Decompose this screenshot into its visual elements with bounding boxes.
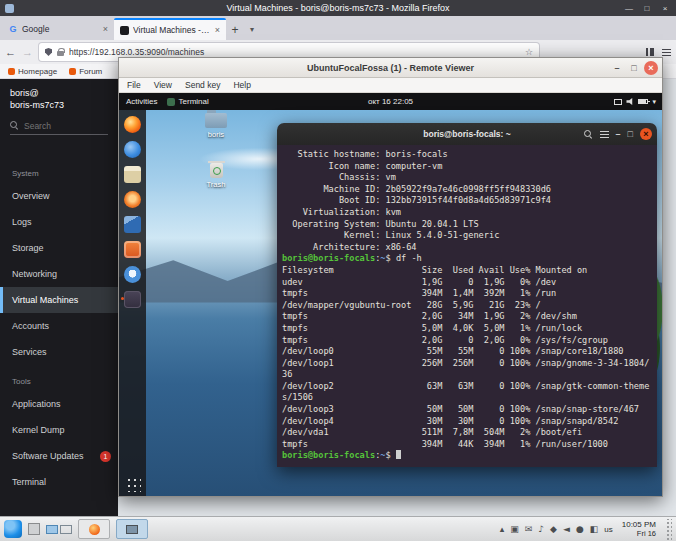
firefox-window-icon	[5, 4, 14, 13]
cockpit-nav: SystemOverviewLogsStorageNetworkingVirtu…	[0, 163, 118, 495]
close-tab-icon[interactable]: ×	[215, 25, 220, 35]
bookmark-label: Forum	[79, 67, 102, 76]
terminal-line: tmpfs 394M 44K 394M 1% /run/user/1000	[282, 439, 652, 451]
gnome-top-bar: Activities Terminal окт 16 22:05 ▾	[119, 93, 662, 110]
sidebar-item-services[interactable]: Services	[0, 339, 118, 365]
updates-icon[interactable]: ◧	[590, 525, 599, 534]
cockpit-hostname: boris-ms7c73	[10, 99, 108, 111]
sidebar-item-label: Networking	[12, 269, 57, 279]
firefox-dock-icon[interactable]	[122, 115, 143, 133]
menu-file[interactable]: File	[127, 80, 141, 90]
help-dock-icon[interactable]	[122, 265, 143, 283]
desktop-2[interactable]	[60, 525, 72, 534]
terminal-line: /dev/loop1 256M 256M 0 100% /snap/gnome-…	[282, 358, 652, 370]
sidebar-item-applications[interactable]: Applications	[0, 391, 118, 417]
close-button[interactable]: ×	[657, 4, 673, 13]
close-button[interactable]: ×	[644, 61, 658, 75]
sidebar-item-label: Software Updates	[12, 451, 84, 461]
back-button[interactable]: ←	[5, 46, 16, 58]
maximize-button[interactable]: □	[627, 61, 641, 75]
volume-icon[interactable]: ◄	[563, 525, 570, 534]
close-button[interactable]: ×	[640, 128, 652, 140]
ubuntu-software-dock-icon[interactable]	[122, 240, 143, 258]
files-dock-icon[interactable]	[122, 165, 143, 183]
tab-virtual-machines[interactable]: Virtual Machines - bo ×	[114, 18, 226, 40]
desktop-icon-home[interactable]: boris	[193, 113, 239, 139]
search-input[interactable]	[24, 121, 102, 131]
sidebar-item-virtual-machines[interactable]: Virtual Machines	[0, 287, 118, 313]
terminal-line: Architecture: x86-64	[282, 242, 652, 254]
activities-button[interactable]: Activities	[126, 97, 158, 106]
minimize-button[interactable]: —	[621, 4, 637, 13]
sidebar-item-storage[interactable]: Storage	[0, 235, 118, 261]
sidebar-item-terminal[interactable]: Terminal	[0, 469, 118, 495]
bookmark-homepage[interactable]: Homepage	[8, 67, 57, 76]
terminal-cursor	[396, 450, 401, 459]
system-status-area[interactable]: ▾	[614, 98, 656, 106]
menu-send-key[interactable]: Send key	[185, 80, 220, 90]
libreoffice-writer-dock-icon[interactable]	[122, 215, 143, 233]
gnome-dock	[119, 110, 146, 496]
notifications-icon[interactable]: ●	[576, 525, 584, 534]
panel-clock[interactable]: 10:05 PM Fri 16	[622, 520, 656, 538]
app-menu[interactable]: Terminal	[167, 97, 209, 106]
tab-label: Virtual Machines - bo	[133, 25, 211, 35]
cockpit-user: boris@	[10, 87, 108, 99]
maximize-button[interactable]: □	[628, 129, 633, 139]
network-icon[interactable]: ◆	[550, 525, 557, 534]
media-player-icon[interactable]: ♪	[538, 525, 544, 534]
task-button-remote-viewer[interactable]	[116, 519, 148, 539]
tracking-shield-icon[interactable]	[45, 48, 52, 56]
sidebar-item-label: Tools	[12, 377, 31, 386]
url-text[interactable]: https://192.168.0.35:9090/machines	[69, 47, 520, 57]
gnome-clock[interactable]: окт 16 22:05	[368, 97, 413, 106]
desktop-1[interactable]	[46, 525, 58, 534]
tray-expander-icon[interactable]: ▴	[500, 525, 505, 534]
sidebar-item-accounts[interactable]: Accounts	[0, 313, 118, 339]
forward-button[interactable]: →	[22, 46, 33, 58]
application-launcher-icon[interactable]	[4, 520, 22, 538]
sidebar-item-networking[interactable]: Networking	[0, 261, 118, 287]
clipboard-icon[interactable]: ▣	[510, 525, 519, 534]
terminal-titlebar[interactable]: boris@boris-focals: ~ – □ ×	[277, 123, 657, 145]
close-tab-icon[interactable]: ×	[103, 24, 108, 34]
terminal-line: 36	[282, 369, 652, 381]
menu-view[interactable]: View	[154, 80, 172, 90]
terminal-window: boris@boris-focals: ~ – □ × Static hostn…	[277, 123, 657, 467]
lock-icon[interactable]	[57, 51, 64, 56]
hamburger-menu-icon[interactable]	[662, 52, 671, 53]
sidebar-item-software-updates[interactable]: Software Updates1	[0, 443, 118, 469]
new-tab-button[interactable]: +	[226, 23, 244, 37]
sidebar-item-kernel-dump[interactable]: Kernel Dump	[0, 417, 118, 443]
mail-icon[interactable]: ✉	[525, 525, 533, 534]
sidebar-item-logs[interactable]: Logs	[0, 209, 118, 235]
keyboard-layout-indicator[interactable]: us	[604, 525, 612, 534]
terminal-search-icon[interactable]	[584, 130, 593, 139]
show-desktop-icon[interactable]	[28, 523, 40, 535]
terminal-output[interactable]: Static hostname: boris-focals Icon name:…	[277, 145, 657, 467]
terminal-line: tmpfs 5,0M 4,0K 5,0M 1% /run/lock	[282, 323, 652, 335]
sidebar-item-overview[interactable]: Overview	[0, 183, 118, 209]
rhythmbox-dock-icon[interactable]	[122, 190, 143, 208]
task-button-firefox[interactable]	[78, 519, 110, 539]
minimize-button[interactable]: –	[616, 129, 621, 139]
show-applications-button[interactable]	[125, 476, 141, 492]
menu-help[interactable]: Help	[233, 80, 250, 90]
network-icon	[614, 99, 622, 105]
terminal-dock-icon[interactable]	[122, 290, 143, 308]
panel-handle[interactable]	[665, 519, 672, 540]
desktop-icon-trash[interactable]: Trash	[193, 163, 239, 189]
tab-google[interactable]: G Google ×	[2, 18, 114, 40]
sidebar-search[interactable]	[10, 117, 108, 135]
maximize-button[interactable]: □	[639, 4, 655, 13]
terminal-line: /dev/mapper/vgubuntu-root 28G 5,9G 21G 2…	[282, 300, 652, 312]
bookmark-star-icon[interactable]: ☆	[525, 47, 533, 57]
virtual-desktop-pager[interactable]	[46, 525, 72, 534]
bookmark-forum[interactable]: Forum	[69, 67, 102, 76]
thunderbird-dock-icon[interactable]	[122, 140, 143, 158]
clock-time: 10:05 PM	[622, 520, 656, 529]
terminal-menu-icon[interactable]	[600, 134, 609, 135]
list-all-tabs-icon[interactable]: ▾	[244, 25, 260, 34]
library-icon[interactable]	[646, 48, 654, 56]
minimize-button[interactable]: –	[610, 61, 624, 75]
